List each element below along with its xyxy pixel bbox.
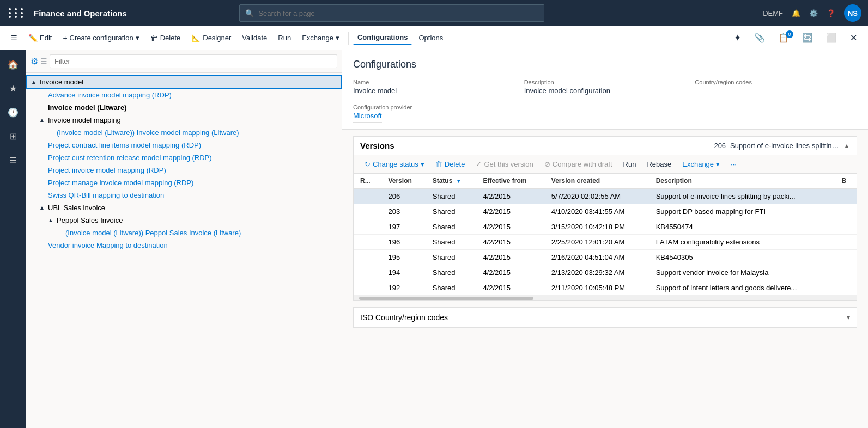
table-cell-status: Shared — [426, 280, 477, 296]
notification-icon[interactable]: 🔔 — [792, 9, 800, 17]
tree-item-peppol-litware[interactable]: (Invoice model (Litware)) Peppol Sales I… — [26, 227, 342, 239]
horizontal-scrollbar[interactable] — [354, 296, 857, 300]
scrollbar-thumb[interactable] — [359, 297, 533, 300]
provider-field: Configuration provider Microsoft — [353, 104, 857, 123]
tree-item-invoice-mapping[interactable]: ▲ Invoice model mapping — [26, 114, 342, 126]
table-row[interactable]: 194Shared4/2/20152/13/2020 03:29:32 AMSu… — [354, 265, 857, 280]
table-cell-r — [354, 265, 381, 280]
sidebar-grid-icon[interactable]: ⊞ — [3, 126, 23, 146]
versions-collapse-icon[interactable]: ▲ — [843, 142, 850, 150]
table-cell-version_created: 2/11/2020 10:05:48 PM — [545, 280, 650, 296]
run-button[interactable]: Run — [274, 32, 295, 44]
versions-exchange-button[interactable]: Exchange ▾ — [678, 158, 724, 170]
personalize-icon[interactable]: ✦ — [730, 30, 745, 45]
iso-header[interactable]: ISO Country/region codes ▾ — [354, 308, 857, 327]
table-row[interactable]: 206Shared4/2/20155/7/2020 02:02:55 AMSup… — [354, 188, 857, 204]
table-cell-description: Support of e-invoice lines splitting by … — [650, 188, 835, 204]
status-filter-icon[interactable]: ▼ — [456, 178, 462, 184]
tree-item-litware[interactable]: Invoice model (Litware) — [26, 101, 342, 114]
configurations-tab[interactable]: Configurations — [353, 31, 412, 45]
tree-toggle[interactable]: ▲ — [48, 217, 57, 223]
tree-item-advance-invoice[interactable]: Advance invoice model mapping (RDP) — [26, 89, 342, 101]
sidebar-list-icon[interactable]: ☰ — [3, 150, 23, 170]
search-input[interactable] — [258, 9, 538, 17]
versions-delete-button[interactable]: 🗑 Delete — [431, 158, 470, 170]
table-row[interactable]: 192Shared4/2/20152/11/2020 10:05:48 PMSu… — [354, 280, 857, 296]
tree-item-litware-mapping[interactable]: (Invoice model (Litware)) Invoice model … — [26, 126, 342, 139]
tree-label: UBL Sales invoice — [48, 204, 337, 212]
col-version-created[interactable]: Version created — [545, 174, 650, 188]
sidebar-recent-icon[interactable]: 🕐 — [3, 102, 23, 122]
delete-button[interactable]: 🗑 Delete — [146, 32, 185, 45]
provider-link[interactable]: Microsoft — [353, 112, 382, 123]
refresh-icon[interactable]: 🔄 — [798, 30, 817, 45]
tree-item-vendor-invoice[interactable]: Vendor invoice Mapping to destination — [26, 239, 342, 252]
tree-toggle[interactable]: ▲ — [39, 117, 48, 123]
edit-button[interactable]: ✏️ Edit — [24, 32, 56, 45]
notification-badge-icon[interactable]: 📋0 — [774, 30, 793, 45]
create-config-button[interactable]: + Create configuration ▾ — [58, 32, 143, 45]
change-status-button[interactable]: ↻ Change status ▾ — [360, 158, 429, 170]
tree-toggle[interactable]: ▲ — [31, 79, 40, 85]
versions-run-button[interactable]: Run — [619, 158, 641, 170]
compare-draft-button[interactable]: ⊘ Compare with draft — [540, 158, 617, 170]
tree-item-project-contract[interactable]: Project contract line items model mappin… — [26, 139, 342, 151]
table-cell-version: 203 — [381, 204, 426, 219]
table-cell-effective_from: 4/2/2015 — [476, 219, 544, 235]
table-cell-status: Shared — [426, 219, 477, 235]
bookmark-icon[interactable]: 📎 — [750, 30, 769, 45]
filter-icon[interactable]: ⚙ — [31, 56, 38, 66]
app-menu-icon[interactable] — [7, 6, 27, 20]
help-icon[interactable]: ❓ — [827, 9, 835, 17]
app-title: Finance and Operations — [34, 9, 127, 18]
filter-input[interactable] — [50, 54, 337, 68]
tree-toggle[interactable]: ▲ — [39, 205, 48, 211]
fullscreen-icon[interactable]: ⬜ — [822, 30, 841, 45]
tree-label: Swiss QR-Bill mapping to destination — [48, 191, 337, 199]
tree-label: Vendor invoice Mapping to destination — [48, 241, 337, 249]
tree-item-invoice-model[interactable]: ▲ Invoice model — [26, 75, 342, 89]
table-cell-version: 206 — [381, 188, 426, 204]
table-row[interactable]: 195Shared4/2/20152/16/2020 04:51:04 AMKB… — [354, 250, 857, 265]
exchange-button[interactable]: Exchange ▾ — [298, 32, 344, 44]
close-icon[interactable]: ✕ — [846, 30, 861, 45]
table-row[interactable]: 196Shared4/2/20152/25/2020 12:01:20 AMLA… — [354, 235, 857, 250]
change-status-dropdown-icon: ▾ — [421, 160, 424, 168]
designer-button[interactable]: 📐 Designer — [187, 32, 235, 45]
col-effective[interactable]: Effective from — [476, 174, 544, 188]
col-status[interactable]: Status ▼ — [426, 174, 477, 188]
main-layout: 🏠 ★ 🕐 ⊞ ☰ ⚙ ☰ ▲ Invoice model Advance in… — [0, 50, 868, 428]
tree-item-project-manage[interactable]: Project manage invoice model mapping (RD… — [26, 176, 342, 189]
tree-item-peppol[interactable]: ▲ Peppol Sales Invoice — [26, 214, 342, 227]
table-cell-description: Support vendor invoice for Malaysia — [650, 265, 835, 280]
table-cell-description: KB4550474 — [650, 219, 835, 235]
table-cell-version_created: 2/13/2020 03:29:32 AM — [545, 265, 650, 280]
options-tab[interactable]: Options — [414, 32, 447, 44]
get-version-button[interactable]: ✓ Get this version — [471, 158, 537, 170]
col-description[interactable]: Description — [650, 174, 835, 188]
col-version[interactable]: Version — [381, 174, 426, 188]
validate-button[interactable]: Validate — [238, 32, 271, 44]
table-cell-effective_from: 4/2/2015 — [476, 204, 544, 219]
table-cell-version_created: 2/25/2020 12:01:20 AM — [545, 235, 650, 250]
global-search[interactable]: 🔍 — [239, 4, 544, 22]
tree-item-ubl-sales[interactable]: ▲ UBL Sales invoice — [26, 201, 342, 214]
tree-item-swiss-qr[interactable]: Swiss QR-Bill mapping to destination — [26, 189, 342, 201]
sidebar-star-icon[interactable]: ★ — [3, 78, 23, 98]
delete-icon: 🗑 — [435, 160, 442, 168]
delete-icon: 🗑 — [150, 34, 158, 42]
table-row[interactable]: 203Shared4/2/20154/10/2020 03:41:55 AMSu… — [354, 204, 857, 219]
avatar[interactable]: NS — [844, 4, 861, 22]
tree-item-project-cust[interactable]: Project cust retention release model map… — [26, 151, 342, 164]
tree-item-project-invoice[interactable]: Project invoice model mapping (RDP) — [26, 164, 342, 176]
sidebar-home-icon[interactable]: 🏠 — [3, 54, 23, 74]
versions-count: 206 — [714, 142, 726, 150]
refresh-icon: ↻ — [365, 160, 371, 168]
rebase-button[interactable]: Rebase — [642, 158, 676, 170]
hamburger-button[interactable]: ☰ — [7, 32, 22, 44]
settings-icon[interactable]: ⚙️ — [809, 9, 818, 17]
more-options-button[interactable]: ··· — [726, 158, 741, 170]
iso-chevron-icon[interactable]: ▾ — [847, 314, 850, 321]
table-row[interactable]: 197Shared4/2/20153/15/2020 10:42:18 PMKB… — [354, 219, 857, 235]
list-icon[interactable]: ☰ — [40, 57, 47, 66]
